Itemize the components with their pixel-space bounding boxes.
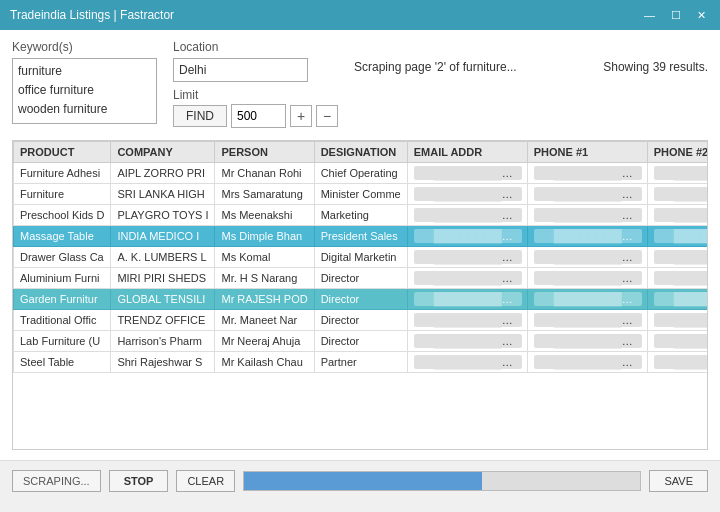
keywords-display: furnitureoffice furniturewooden furnitur… [12,58,157,124]
progress-bar-fill [244,472,482,490]
cell-company: Harrison's Pharm [111,331,215,352]
cell-company: SRI LANKA HIGH [111,184,215,205]
cell-person: Mr. H S Narang [215,268,314,289]
keywords-label: Keyword(s) [12,40,157,54]
cell-product: Steel Table [14,352,111,373]
cell-person: Mr RAJESH POD [215,289,314,310]
cell-product: Furniture [14,184,111,205]
cell-product: Furniture Adhesi [14,163,111,184]
cell-phone2: ████████ [647,163,708,184]
location-input[interactable] [173,58,308,82]
table-row[interactable]: Aluminium FurniMIRI PIRI SHEDSMr. H S Na… [14,268,709,289]
cell-phone2: ████████ [647,352,708,373]
scraping-status: Scraping page '2' of furniture... [354,60,517,74]
cell-phone1: ████████ [527,352,647,373]
cell-designation: President Sales [314,226,407,247]
maximize-button[interactable]: ☐ [667,9,685,22]
cell-company: PLAYGRO TOYS I [111,205,215,226]
cell-product: Garden Furnitur [14,289,111,310]
table-row[interactable]: Steel TableShri Rajeshwar SMr Kailash Ch… [14,352,709,373]
cell-company: GLOBAL TENSILI [111,289,215,310]
col-designation: DESIGNATION [314,142,407,163]
col-phone2: PHONE #2 [647,142,708,163]
cell-phone1: ████████ [527,310,647,331]
cell-company: TRENDZ OFFICE [111,310,215,331]
plus-button[interactable]: + [290,105,312,127]
cell-email: ████████ [407,289,527,310]
cell-phone1: ████████ [527,184,647,205]
cell-phone2: ████████ [647,247,708,268]
table-row[interactable]: Drawer Glass CaA. K. LUMBERS LMs KomalDi… [14,247,709,268]
table-row[interactable]: Massage TableINDIA MEDICO IMs Dimple Bha… [14,226,709,247]
table-row[interactable]: Preschool Kids DPLAYGRO TOYS IMs Meenaks… [14,205,709,226]
minus-button[interactable]: − [316,105,338,127]
title-bar: Tradeindia Listings | Fastractor — ☐ ✕ [0,0,720,30]
table-row[interactable]: Furniture AdhesiAIPL ZORRO PRIMr Chanan … [14,163,709,184]
cell-designation: Partner [314,352,407,373]
cell-phone1: ████████ [527,247,647,268]
cell-phone2: ████████ [647,268,708,289]
cell-company: A. K. LUMBERS L [111,247,215,268]
minimize-button[interactable]: — [640,9,659,22]
results-table-container[interactable]: PRODUCT COMPANY PERSON DESIGNATION EMAIL… [12,140,708,450]
cell-person: Mrs Samaratung [215,184,314,205]
cell-company: AIPL ZORRO PRI [111,163,215,184]
clear-button[interactable]: CLEAR [176,470,235,492]
cell-email: ████████ [407,247,527,268]
col-product: PRODUCT [14,142,111,163]
cell-phone2: ████████ [647,226,708,247]
cell-email: ████████ [407,331,527,352]
cell-person: Mr Kailash Chau [215,352,314,373]
cell-person: Mr Neeraj Ahuja [215,331,314,352]
location-group: Location Limit FIND + − [173,40,338,128]
cell-product: Traditional Offic [14,310,111,331]
status-row: Scraping page '2' of furniture... Showin… [354,60,708,74]
table-row[interactable]: Traditional OfficTRENDZ OFFICEMr. Maneet… [14,310,709,331]
cell-product: Massage Table [14,226,111,247]
cell-email: ████████ [407,184,527,205]
cell-phone1: ████████ [527,289,647,310]
cell-designation: Director [314,331,407,352]
cell-phone2: ████████ [647,331,708,352]
top-section: Keyword(s) furnitureoffice furniturewood… [12,40,708,136]
cell-designation: Marketing [314,205,407,226]
table-header-row: PRODUCT COMPANY PERSON DESIGNATION EMAIL… [14,142,709,163]
cell-designation: Chief Operating [314,163,407,184]
cell-phone2: ████████ [647,184,708,205]
cell-phone2: ████████ [647,205,708,226]
cell-designation: Director [314,268,407,289]
cell-phone2: ████████ [647,310,708,331]
stop-button[interactable]: STOP [109,470,169,492]
cell-person: Mr Chanan Rohi [215,163,314,184]
scraping-button[interactable]: SCRAPING... [12,470,101,492]
cell-email: ████████ [407,268,527,289]
find-button[interactable]: FIND [173,105,227,127]
cell-designation: Digital Marketin [314,247,407,268]
cell-designation: Director [314,310,407,331]
cell-email: ████████ [407,226,527,247]
cell-company: Shri Rajeshwar S [111,352,215,373]
bottom-bar: SCRAPING... STOP CLEAR SAVE [0,460,720,500]
cell-phone2: ████████ [647,289,708,310]
table-row[interactable]: Garden FurniturGLOBAL TENSILIMr RAJESH P… [14,289,709,310]
cell-email: ████████ [407,352,527,373]
save-button[interactable]: SAVE [649,470,708,492]
app-title: Tradeindia Listings | Fastractor [10,8,174,22]
table-row[interactable]: FurnitureSRI LANKA HIGHMrs SamaratungMin… [14,184,709,205]
limit-controls: FIND + − [173,104,338,128]
table-row[interactable]: Lab Furniture (UHarrison's PharmMr Neera… [14,331,709,352]
cell-phone1: ████████ [527,226,647,247]
col-email: EMAIL ADDR [407,142,527,163]
close-button[interactable]: ✕ [693,9,710,22]
cell-email: ████████ [407,205,527,226]
limit-input[interactable] [231,104,286,128]
cell-phone1: ████████ [527,205,647,226]
cell-product: Preschool Kids D [14,205,111,226]
cell-email: ████████ [407,163,527,184]
cell-company: INDIA MEDICO I [111,226,215,247]
cell-phone1: ████████ [527,268,647,289]
cell-person: Ms Dimple Bhan [215,226,314,247]
showing-results: Showing 39 results. [603,60,708,74]
limit-label: Limit [173,88,338,102]
cell-designation: Director [314,289,407,310]
